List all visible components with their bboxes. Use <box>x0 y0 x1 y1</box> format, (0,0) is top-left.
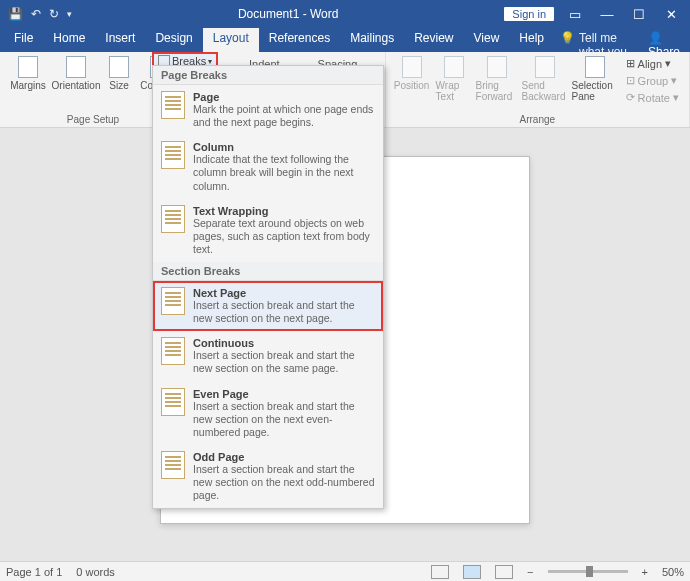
orientation-button[interactable]: Orientation <box>54 54 98 91</box>
bring-forward-icon <box>487 56 507 78</box>
send-backward-icon <box>535 56 555 78</box>
print-layout-icon[interactable] <box>463 565 481 579</box>
minimize-icon[interactable]: — <box>596 7 618 22</box>
position-button[interactable]: Position <box>392 54 432 105</box>
margins-button[interactable]: Margins <box>6 54 50 91</box>
lightbulb-icon: 💡 <box>560 31 575 52</box>
share-button[interactable]: 👤 Share <box>638 28 690 52</box>
tab-insert[interactable]: Insert <box>95 28 145 52</box>
tab-review[interactable]: Review <box>404 28 463 52</box>
window-title: Document1 - Word <box>72 7 504 21</box>
zoom-in-button[interactable]: + <box>642 566 648 578</box>
ribbon-options-icon[interactable]: ▭ <box>564 7 586 22</box>
text-wrapping-icon <box>161 205 185 233</box>
column-break-icon <box>161 141 185 169</box>
tab-layout[interactable]: Layout <box>203 28 259 52</box>
next-page-icon <box>161 287 185 315</box>
orientation-icon <box>66 56 86 78</box>
position-icon <box>402 56 422 78</box>
tab-references[interactable]: References <box>259 28 340 52</box>
send-backward-button[interactable]: Send Backward <box>522 54 568 105</box>
quick-access-toolbar: 💾 ↶ ↻ ▾ <box>0 7 72 21</box>
size-icon <box>109 56 129 78</box>
maximize-icon[interactable]: ☐ <box>628 7 650 22</box>
tab-file[interactable]: File <box>4 28 43 52</box>
close-icon[interactable]: ✕ <box>660 7 682 22</box>
odd-page-icon <box>161 451 185 479</box>
menu-item-next-page[interactable]: Next PageInsert a section break and star… <box>153 281 383 331</box>
rotate-button[interactable]: ⟳ Rotate ▾ <box>622 90 683 105</box>
breaks-dropdown-menu: Page Breaks PageMark the point at which … <box>152 65 384 509</box>
sign-in-button[interactable]: Sign in <box>504 7 554 21</box>
status-bar: Page 1 of 1 0 words − + 50% <box>0 561 690 581</box>
menu-item-continuous[interactable]: ContinuousInsert a section break and sta… <box>153 331 383 381</box>
menu-item-text-wrapping[interactable]: Text WrappingSeparate text around object… <box>153 199 383 262</box>
undo-icon[interactable]: ↶ <box>31 7 41 21</box>
tab-home[interactable]: Home <box>43 28 95 52</box>
read-mode-icon[interactable] <box>431 565 449 579</box>
menu-item-even-page[interactable]: Even PageInsert a section break and star… <box>153 382 383 445</box>
continuous-icon <box>161 337 185 365</box>
wrap-icon <box>444 56 464 78</box>
title-bar: 💾 ↶ ↻ ▾ Document1 - Word Sign in ▭ — ☐ ✕ <box>0 0 690 28</box>
menu-item-page[interactable]: PageMark the point at which one page end… <box>153 85 383 135</box>
redo-icon[interactable]: ↻ <box>49 7 59 21</box>
tell-me-search[interactable]: 💡Tell me what you want to do <box>560 28 638 52</box>
menu-section-section-breaks: Section Breaks <box>153 262 383 281</box>
align-button[interactable]: ⊞ Align ▾ <box>622 56 683 71</box>
word-count[interactable]: 0 words <box>76 566 115 578</box>
group-button[interactable]: ⊡ Group ▾ <box>622 73 683 88</box>
zoom-level[interactable]: 50% <box>662 566 684 578</box>
tab-mailings[interactable]: Mailings <box>340 28 404 52</box>
even-page-icon <box>161 388 185 416</box>
page-break-icon <box>161 91 185 119</box>
page-indicator[interactable]: Page 1 of 1 <box>6 566 62 578</box>
menu-item-odd-page[interactable]: Odd PageInsert a section break and start… <box>153 445 383 508</box>
size-button[interactable]: Size <box>102 54 136 91</box>
zoom-slider[interactable] <box>548 570 628 573</box>
selection-pane-button[interactable]: Selection Pane <box>572 54 618 105</box>
bring-forward-button[interactable]: Bring Forward <box>476 54 518 105</box>
save-icon[interactable]: 💾 <box>8 7 23 21</box>
tab-design[interactable]: Design <box>145 28 202 52</box>
menu-item-column[interactable]: ColumnIndicate that the text following t… <box>153 135 383 198</box>
menu-section-page-breaks: Page Breaks <box>153 66 383 85</box>
selection-pane-icon <box>585 56 605 78</box>
tab-view[interactable]: View <box>464 28 510 52</box>
ribbon-tabs: File Home Insert Design Layout Reference… <box>0 28 690 52</box>
qat-customize-icon[interactable]: ▾ <box>67 9 72 19</box>
wrap-text-button[interactable]: Wrap Text <box>436 54 472 105</box>
tab-help[interactable]: Help <box>509 28 554 52</box>
web-layout-icon[interactable] <box>495 565 513 579</box>
zoom-out-button[interactable]: − <box>527 566 533 578</box>
margins-icon <box>18 56 38 78</box>
group-label-arrange: Arrange <box>392 114 683 127</box>
